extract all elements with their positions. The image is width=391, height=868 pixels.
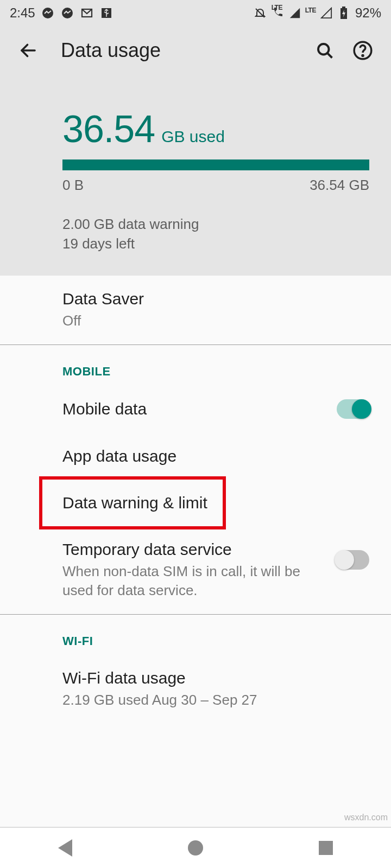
data-warning-limit-title: Data warning & limit <box>62 494 369 512</box>
messenger-icon-2 <box>60 6 74 20</box>
usage-days-left: 19 days left <box>62 234 369 253</box>
svg-point-11 <box>362 55 363 56</box>
status-bar: 2:45 LTE LTE <box>0 0 391 26</box>
temporary-data-service-row[interactable]: Temporary data service When non-data SIM… <box>0 526 391 614</box>
wifi-section-label: WI-FI <box>0 615 391 655</box>
usage-amount: 36.54 <box>62 107 155 151</box>
back-button[interactable] <box>15 37 41 63</box>
header-region: Data usage 36.54 GB used 0 B 36.54 GB <box>0 26 391 276</box>
svg-point-8 <box>318 44 329 55</box>
temp-data-service-subtitle: When non-data SIM is in call, it will be… <box>62 562 312 600</box>
gmail-icon <box>80 6 94 20</box>
mobile-data-title: Mobile data <box>62 400 337 418</box>
usage-suffix: GB used <box>161 127 225 146</box>
wifi-data-usage-row[interactable]: Wi-Fi data usage 2.19 GB used Aug 30 – S… <box>0 655 391 724</box>
navigation-bar <box>0 827 391 868</box>
search-button[interactable] <box>312 37 338 63</box>
svg-rect-6 <box>342 7 345 8</box>
circle-home-icon <box>188 840 203 856</box>
volte-call-icon: LTE <box>270 6 285 20</box>
page-title: Data usage <box>61 39 312 62</box>
usage-max-label: 36.54 GB <box>310 177 369 194</box>
usb-icon <box>99 6 113 20</box>
data-saver-status: Off <box>62 311 312 330</box>
wifi-data-usage-title: Wi-Fi data usage <box>62 669 369 687</box>
svg-line-9 <box>327 53 332 58</box>
triangle-back-icon <box>58 839 72 857</box>
data-saver-title: Data Saver <box>62 290 369 308</box>
usage-min-label: 0 B <box>62 177 84 194</box>
battery-percent: 92% <box>355 5 381 21</box>
app-bar: Data usage <box>0 26 391 75</box>
nav-back-button[interactable] <box>52 835 78 861</box>
temp-data-service-toggle[interactable] <box>337 550 369 570</box>
help-button[interactable] <box>350 37 376 63</box>
mobile-section-label: MOBILE <box>0 345 391 385</box>
mobile-data-row[interactable]: Mobile data <box>0 385 391 433</box>
data-saver-row[interactable]: Data Saver Off <box>0 276 391 344</box>
battery-icon <box>337 6 351 20</box>
usage-summary: 36.54 GB used 0 B 36.54 GB 2.00 GB data … <box>0 75 391 254</box>
app-data-usage-title: App data usage <box>62 447 369 465</box>
temp-data-service-title: Temporary data service <box>62 540 337 559</box>
mobile-data-toggle[interactable] <box>337 399 369 419</box>
status-time: 2:45 <box>10 5 35 21</box>
messenger-icon <box>41 6 55 20</box>
watermark: wsxdn.com <box>344 813 388 822</box>
wifi-data-usage-subtitle: 2.19 GB used Aug 30 – Sep 27 <box>62 691 312 710</box>
signal-icon-2 <box>319 6 333 20</box>
usage-bar <box>62 159 369 170</box>
nav-home-button[interactable] <box>182 835 209 861</box>
dnd-icon <box>253 6 267 20</box>
nav-recents-button[interactable] <box>313 835 339 861</box>
square-recents-icon <box>319 841 333 855</box>
lte-label-2: LTE <box>305 7 316 14</box>
data-warning-limit-row[interactable]: Data warning & limit <box>0 480 391 526</box>
signal-icon-1 <box>288 6 302 20</box>
usage-warning: 2.00 GB data warning <box>62 214 369 234</box>
app-data-usage-row[interactable]: App data usage <box>0 433 391 480</box>
